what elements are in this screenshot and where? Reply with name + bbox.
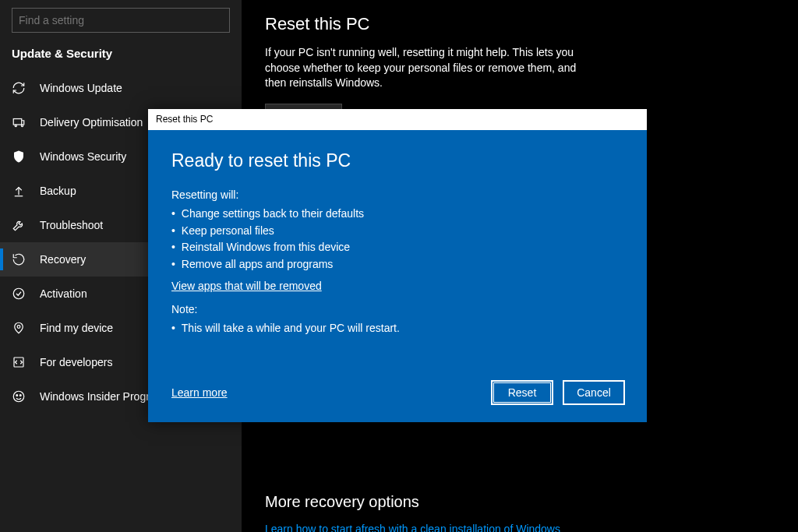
svg-point-6 — [17, 326, 20, 329]
dialog-note-bullets: This will take a while and your PC will … — [171, 320, 623, 337]
sidebar-item-label: Windows Security — [40, 150, 126, 163]
dialog-bullets: Change settings back to their defaults K… — [171, 206, 623, 273]
dialog-bullet: Change settings back to their defaults — [171, 206, 623, 223]
clean-install-link[interactable]: Learn how to start afresh with a clean i… — [265, 523, 560, 532]
page-heading: Reset this PC — [265, 14, 775, 34]
dialog-note-bullet: This will take a while and your PC will … — [171, 320, 623, 337]
svg-point-9 — [16, 395, 18, 396]
sidebar-item-label: For developers — [40, 356, 112, 368]
wrench-icon — [12, 218, 26, 232]
page-description: If your PC isn't running well, resetting… — [265, 45, 592, 91]
svg-point-8 — [13, 391, 24, 402]
backup-icon — [12, 184, 26, 198]
developer-icon — [12, 355, 26, 369]
dialog-lead: Resetting will: — [171, 188, 623, 201]
svg-point-4 — [21, 125, 23, 126]
sidebar-item-label: Backup — [40, 185, 76, 197]
sidebar-item-label: Delivery Optimisation — [40, 116, 143, 129]
svg-point-5 — [13, 288, 24, 299]
sidebar-item-label: Windows Update — [40, 82, 122, 94]
shield-icon — [12, 150, 26, 164]
cancel-button[interactable]: Cancel — [563, 380, 625, 405]
reset-button[interactable]: Reset — [491, 380, 553, 405]
dialog-note-label: Note: — [171, 303, 623, 315]
search-input[interactable] — [19, 14, 206, 26]
location-icon — [12, 321, 26, 335]
insider-icon — [12, 389, 26, 403]
svg-rect-2 — [13, 119, 22, 125]
sidebar-item-label: Find my device — [40, 322, 113, 334]
svg-point-3 — [15, 125, 16, 126]
dialog-body: Ready to reset this PC Resetting will: C… — [148, 130, 647, 422]
check-circle-icon — [12, 287, 26, 301]
recovery-icon — [12, 252, 26, 266]
sidebar-item-label: Recovery — [40, 253, 86, 266]
learn-more-link[interactable]: Learn more — [171, 386, 228, 399]
dialog-bullet: Remove all apps and programs — [171, 256, 623, 273]
more-options-heading: More recovery options — [265, 493, 775, 511]
sidebar-item-windows-update[interactable]: Windows Update — [0, 71, 242, 105]
svg-point-10 — [19, 395, 21, 396]
dialog-bullet: Keep personal files — [171, 223, 623, 240]
section-title: Update & Security — [0, 44, 242, 71]
dialog-bullet: Reinstall Windows from this device — [171, 239, 623, 256]
view-apps-link[interactable]: View apps that will be removed — [171, 280, 623, 292]
search-box[interactable] — [12, 8, 230, 33]
sync-icon — [12, 81, 26, 95]
sidebar-item-label: Activation — [40, 287, 87, 300]
delivery-icon — [12, 115, 26, 129]
sidebar-item-label: Troubleshoot — [40, 219, 103, 231]
dialog-titlebar[interactable]: Reset this PC — [148, 109, 647, 130]
reset-pc-dialog: Reset this PC Ready to reset this PC Res… — [148, 109, 647, 422]
dialog-heading: Ready to reset this PC — [171, 150, 623, 171]
